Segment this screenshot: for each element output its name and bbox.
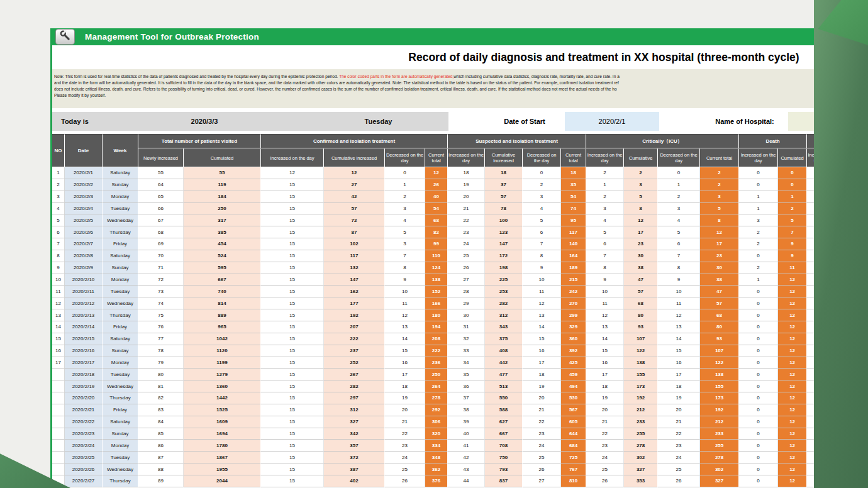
table-cell[interactable]: 9: [52, 262, 65, 274]
table-cell[interactable]: 24: [385, 452, 425, 463]
table-cell[interactable]: 5: [624, 191, 658, 203]
table-cell[interactable]: 20: [658, 404, 700, 416]
table-cell[interactable]: 15: [261, 179, 324, 191]
table-cell[interactable]: 19: [658, 392, 700, 404]
table-cell[interactable]: 1360: [184, 380, 261, 392]
table-cell[interactable]: 233: [624, 416, 658, 428]
table-cell[interactable]: 99: [425, 238, 448, 250]
table-cell[interactable]: 353: [624, 475, 658, 487]
table-cell[interactable]: 15: [261, 475, 324, 487]
table-cell[interactable]: Monday: [103, 440, 138, 452]
table-cell[interactable]: 11: [52, 286, 65, 297]
table-cell[interactable]: 357: [324, 440, 385, 452]
table-cell[interactable]: 0: [739, 309, 778, 321]
table-cell[interactable]: 24: [523, 440, 561, 452]
table-cell[interactable]: 588: [485, 404, 523, 416]
table-cell[interactable]: Monday: [103, 191, 138, 203]
table-cell[interactable]: Monday: [103, 274, 138, 286]
table-cell[interactable]: 12: [778, 404, 807, 416]
table-cell[interactable]: 3: [523, 191, 561, 203]
table-cell[interactable]: 18: [561, 167, 586, 179]
table-cell[interactable]: 2020/2/7: [65, 238, 103, 250]
table-cell[interactable]: 155: [700, 380, 739, 392]
table-cell[interactable]: 41: [448, 440, 485, 452]
table-cell[interactable]: Wednesday: [103, 463, 138, 475]
table-cell[interactable]: 1867: [184, 452, 261, 463]
table-cell[interactable]: 0: [739, 428, 778, 440]
table-cell[interactable]: 15: [586, 345, 624, 357]
table-cell[interactable]: 282: [485, 297, 523, 309]
table-cell[interactable]: 15: [261, 226, 324, 238]
table-cell[interactable]: 180: [425, 309, 448, 321]
table-cell[interactable]: 264: [425, 380, 448, 392]
table-cell[interactable]: 19: [523, 380, 561, 392]
table-cell[interactable]: 20: [385, 404, 425, 416]
table-cell[interactable]: 66: [138, 203, 184, 215]
table-cell[interactable]: 84: [138, 416, 184, 428]
table-cell[interactable]: 530: [561, 392, 586, 404]
table-cell[interactable]: 7: [658, 250, 700, 262]
table-cell[interactable]: 2020/2/10: [65, 274, 103, 286]
table-cell[interactable]: 9: [778, 238, 807, 250]
table-cell[interactable]: 12: [778, 452, 807, 463]
table-cell[interactable]: 15: [261, 428, 324, 440]
table-cell[interactable]: 13: [523, 309, 561, 321]
table-cell[interactable]: 15: [523, 333, 561, 345]
table-cell[interactable]: 14: [385, 333, 425, 345]
table-cell[interactable]: 2: [778, 203, 807, 215]
table-cell[interactable]: 85: [138, 428, 184, 440]
table-cell[interactable]: 222: [425, 345, 448, 357]
table-cell[interactable]: 2020/2/11: [65, 286, 103, 297]
table-cell[interactable]: 15: [261, 309, 324, 321]
table-cell[interactable]: 132: [324, 262, 385, 274]
table-cell[interactable]: 15: [261, 357, 324, 369]
table-cell[interactable]: 10: [523, 274, 561, 286]
table-cell[interactable]: 17: [523, 357, 561, 369]
table-cell[interactable]: 21: [586, 416, 624, 428]
table-cell[interactable]: 2020/2/6: [65, 226, 103, 238]
table-cell[interactable]: 68: [700, 309, 739, 321]
table-cell[interactable]: 392: [561, 345, 586, 357]
table-cell[interactable]: 15: [261, 333, 324, 345]
table-cell[interactable]: 18: [448, 167, 485, 179]
table-cell[interactable]: 3: [385, 203, 425, 215]
table-cell[interactable]: 5: [778, 214, 807, 226]
table-cell[interactable]: 312: [324, 404, 385, 416]
table-cell[interactable]: 1525: [184, 404, 261, 416]
table-cell[interactable]: Sunday: [103, 428, 138, 440]
table-cell[interactable]: 38: [624, 262, 658, 274]
table-cell[interactable]: 1442: [184, 392, 261, 404]
table-cell[interactable]: 22: [448, 214, 485, 226]
table-cell[interactable]: Sunday: [103, 179, 138, 191]
table-cell[interactable]: 550: [485, 392, 523, 404]
table-cell[interactable]: 1042: [184, 333, 261, 345]
table-cell[interactable]: 292: [425, 404, 448, 416]
table-cell[interactable]: 40: [425, 191, 448, 203]
table-cell[interactable]: [52, 392, 65, 404]
table-cell[interactable]: 87: [138, 452, 184, 463]
table-cell[interactable]: 75: [138, 309, 184, 321]
table-cell[interactable]: 57: [700, 297, 739, 309]
table-cell[interactable]: 7: [586, 250, 624, 262]
table-cell[interactable]: 147: [324, 274, 385, 286]
table-cell[interactable]: 89: [138, 475, 184, 487]
table-cell[interactable]: 3: [658, 203, 700, 215]
table-cell[interactable]: 12: [778, 392, 807, 404]
table-cell[interactable]: 119: [184, 179, 261, 191]
table-cell[interactable]: 0: [739, 333, 778, 345]
table-cell[interactable]: 2: [52, 179, 65, 191]
table-cell[interactable]: 7: [385, 250, 425, 262]
table-cell[interactable]: 0: [739, 297, 778, 309]
table-cell[interactable]: 23: [700, 250, 739, 262]
table-cell[interactable]: 327: [700, 475, 739, 487]
table-cell[interactable]: 1955: [184, 463, 261, 475]
table-cell[interactable]: 82: [425, 226, 448, 238]
table-cell[interactable]: 9: [658, 274, 700, 286]
table-cell[interactable]: 25: [523, 452, 561, 463]
table-cell[interactable]: [52, 440, 65, 452]
table-cell[interactable]: 14: [523, 321, 561, 333]
table-cell[interactable]: 82: [138, 392, 184, 404]
table-cell[interactable]: 87: [324, 226, 385, 238]
table-cell[interactable]: 12: [778, 428, 807, 440]
table-cell[interactable]: 12: [778, 440, 807, 452]
